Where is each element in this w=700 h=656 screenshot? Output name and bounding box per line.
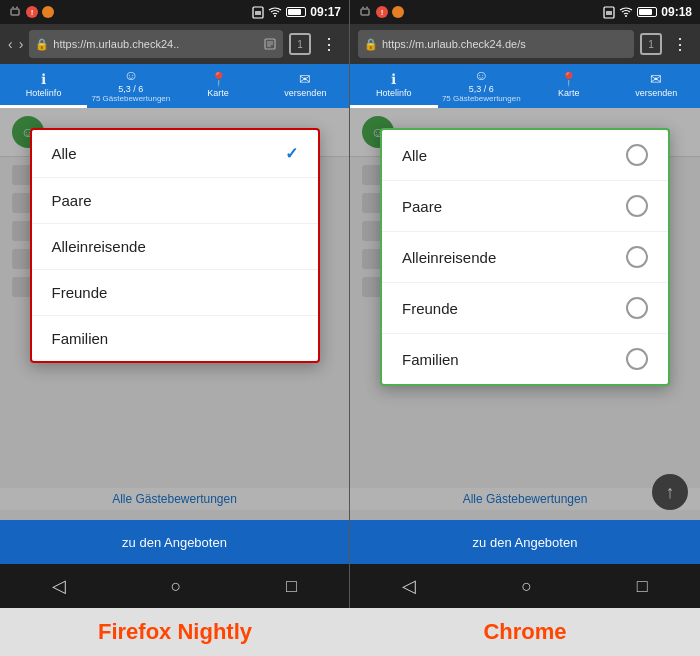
dropdown-item-alle-label: Alle [52, 145, 77, 162]
chrome-notification-dot: ! [376, 6, 388, 18]
chrome-url-text: https://m.urlaub.check24.de/s [382, 38, 628, 50]
chrome-tab-reviews-sublabel: 75 Gästebewertungen [442, 94, 521, 103]
chrome-status-left: ! [358, 5, 404, 19]
forward-btn[interactable]: › [19, 36, 24, 52]
firefox-home-nav[interactable]: ○ [171, 576, 182, 597]
firefox-label-container: Firefox Nightly [0, 619, 350, 645]
sim-icon [252, 5, 264, 19]
chrome-radio-allein [626, 246, 648, 268]
tab-reviews-sublabel: 75 Gästebewertungen [92, 94, 171, 103]
tab-send-icon: ✉ [299, 71, 311, 87]
firefox-nav-bar: ‹ › 🔒 https://m.urlaub.check24.. 1 ⋮ [0, 24, 349, 64]
chrome-bottom-btn[interactable]: zu den Angeboten [350, 520, 700, 564]
firefox-tabs-row: ℹ Hotelinfo ☺ 5,3 / 6 75 Gästebewertunge… [0, 64, 349, 108]
tab-map[interactable]: 📍 Karte [175, 64, 262, 108]
tab-reviews[interactable]: ☺ 5,3 / 6 75 Gästebewertungen [87, 64, 174, 108]
dropdown-item-paare-label: Paare [52, 192, 92, 209]
chrome-tab-map-label: Karte [558, 88, 580, 98]
firefox-label: Firefox Nightly [98, 619, 252, 645]
chrome-radio-alle [626, 144, 648, 166]
chrome-recents-nav[interactable]: □ [637, 576, 648, 597]
chrome-tab-count[interactable]: 1 [640, 33, 662, 55]
chrome-tab-send-icon: ✉ [650, 71, 662, 87]
dropdown-item-familien[interactable]: Familien [32, 316, 318, 361]
chrome-dropdown-item-familien-label: Familien [402, 351, 459, 368]
chrome-battery-icon [637, 7, 657, 17]
chrome-lock-icon: 🔒 [364, 38, 378, 51]
chrome-tab-map[interactable]: 📍 Karte [525, 64, 613, 108]
svg-point-2 [16, 7, 18, 9]
phones-container: ! [0, 0, 700, 608]
chrome-dropdown-item-familien[interactable]: Familien [382, 334, 668, 384]
dropdown-item-paare[interactable]: Paare [32, 178, 318, 224]
firefox-url-text: https://m.urlaub.check24.. [53, 38, 259, 50]
tab-send[interactable]: ✉ versenden [262, 64, 349, 108]
chrome-android-icon [358, 5, 372, 19]
chrome-radio-paare [626, 195, 648, 217]
chrome-wifi-icon [619, 6, 633, 18]
firefox-dropdown-menu: Alle ✓ Paare Alleinreisende Freunde Fami… [30, 128, 320, 363]
chrome-battery-container [637, 7, 657, 17]
dropdown-item-alle[interactable]: Alle ✓ [32, 130, 318, 178]
chrome-tab-reviews-label: 5,3 / 6 [469, 84, 494, 94]
chrome-tab-send[interactable]: ✉ versenden [613, 64, 701, 108]
android-icon [8, 5, 22, 19]
tab-map-label: Karte [207, 88, 229, 98]
dropdown-item-familien-label: Familien [52, 330, 109, 347]
reader-icon [263, 37, 277, 51]
firefox-status-bar: ! [0, 0, 349, 24]
firefox-main-content: ☺ Fabelhaft: 5,3 / 6 Alle ✓ [0, 108, 349, 564]
chrome-dropdown-item-paare-label: Paare [402, 198, 442, 215]
alle-check: ✓ [285, 144, 298, 163]
chrome-tab-smile-icon: ☺ [474, 67, 488, 83]
tab-map-icon: 📍 [210, 71, 227, 87]
lock-icon: 🔒 [35, 38, 49, 51]
chrome-tab-hotelinfo-label: Hotelinfo [376, 88, 412, 98]
browser-labels-row: Firefox Nightly Chrome [0, 608, 700, 656]
chrome-dropdown-overlay: Alle Paare Alleinreisende Freunde [350, 108, 700, 520]
chrome-label-container: Chrome [350, 619, 700, 645]
chrome-main-content: ☺ Fabelhaft: 5,3 / 6 Alle [350, 108, 700, 564]
chrome-status-right: 09:18 [603, 5, 692, 19]
chrome-back-nav[interactable]: ◁ [402, 575, 416, 597]
svg-point-10 [362, 7, 364, 9]
chrome-tab-reviews[interactable]: ☺ 5,3 / 6 75 Gästebewertungen [438, 64, 526, 108]
tab-send-label: versenden [284, 88, 326, 98]
svg-rect-13 [606, 11, 612, 15]
chrome-url-bar[interactable]: 🔒 https://m.urlaub.check24.de/s [358, 30, 634, 58]
chrome-nav-bar: 🔒 https://m.urlaub.check24.de/s 1 ⋮ [350, 24, 700, 64]
firefox-bottom-btn[interactable]: zu den Angeboten [0, 520, 349, 564]
chrome-dropdown-item-freunde-label: Freunde [402, 300, 458, 317]
notification-dot: ! [26, 6, 38, 18]
chrome-time: 09:18 [661, 5, 692, 19]
battery-icon [286, 7, 306, 17]
chrome-dropdown-item-allein-label: Alleinreisende [402, 249, 496, 266]
dropdown-item-allein[interactable]: Alleinreisende [32, 224, 318, 270]
svg-point-1 [12, 7, 14, 9]
chrome-bottom-nav: ◁ ○ □ [350, 564, 700, 608]
dropdown-item-freunde[interactable]: Freunde [32, 270, 318, 316]
firefox-dropdown-overlay: Alle ✓ Paare Alleinreisende Freunde Fami… [0, 108, 349, 520]
tab-reviews-label: 5,3 / 6 [118, 84, 143, 94]
back-btn[interactable]: ‹ [8, 36, 13, 52]
chrome-menu-btn[interactable]: ⋮ [668, 31, 692, 58]
chrome-dropdown-item-freunde[interactable]: Freunde [382, 283, 668, 334]
chrome-tab-hotelinfo[interactable]: ℹ Hotelinfo [350, 64, 438, 108]
tab-hotelinfo[interactable]: ℹ Hotelinfo [0, 64, 87, 108]
chrome-dropdown-item-allein[interactable]: Alleinreisende [382, 232, 668, 283]
battery-fill [288, 9, 301, 15]
firefox-url-bar[interactable]: 🔒 https://m.urlaub.check24.. [29, 30, 283, 58]
chrome-dropdown-menu: Alle Paare Alleinreisende Freunde [380, 128, 670, 386]
firefox-back-nav[interactable]: ◁ [52, 575, 66, 597]
chrome-radio-freunde [626, 297, 648, 319]
chrome-dropdown-item-paare[interactable]: Paare [382, 181, 668, 232]
chrome-dropdown-item-alle[interactable]: Alle [382, 130, 668, 181]
svg-point-11 [366, 7, 368, 9]
firefox-menu-btn[interactable]: ⋮ [317, 31, 341, 58]
svg-rect-4 [255, 11, 261, 15]
chrome-tab-send-label: versenden [635, 88, 677, 98]
firefox-recents-nav[interactable]: □ [286, 576, 297, 597]
status-left: ! [8, 5, 54, 19]
chrome-home-nav[interactable]: ○ [521, 576, 532, 597]
firefox-tab-count[interactable]: 1 [289, 33, 311, 55]
